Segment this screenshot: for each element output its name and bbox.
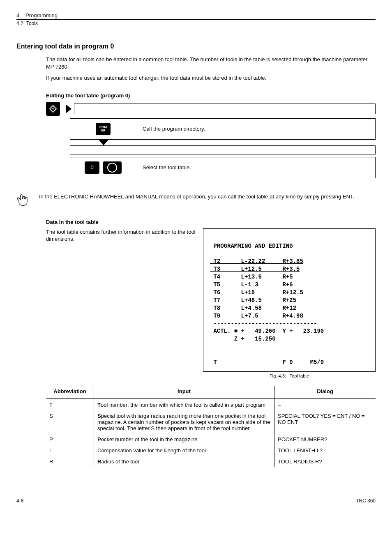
right-arrow-icon (66, 104, 71, 113)
sequence-start (46, 102, 376, 116)
input-cell: Compensation value for the Length of the… (94, 445, 274, 456)
down-arrow-icon (99, 140, 108, 145)
abbr-cell: R (46, 456, 94, 467)
dialog-cell: SPECIAL TOOL? YES = ENT / NO = NO ENT (274, 410, 376, 434)
step-2: 0 Select the tool table. (70, 157, 376, 178)
input-cell: Tool number: the number with which the t… (94, 399, 274, 410)
note-text: In the ELECTRONIC HANDWHEEL and MANUAL m… (39, 193, 376, 200)
intro-paragraph-2: If your machine uses an automatic tool c… (46, 74, 376, 82)
abbreviation-table: Abbreviation Input Dialog TTool number: … (46, 386, 376, 467)
section-number: 4.2 (16, 21, 26, 26)
heading-data-in-table: Data in the tool table (46, 219, 376, 225)
chapter-number: 4 (16, 12, 25, 18)
sequence-bar (74, 104, 376, 114)
svg-point-0 (52, 108, 54, 110)
page-subheader: 4.2 Tools (16, 21, 376, 26)
heading-entering: Entering tool data in program 0 (16, 43, 376, 50)
data-in-table-desc: The tool table contains further informat… (46, 228, 196, 243)
abbr-cell: L (46, 445, 94, 456)
dialog-cell: TOOL RADIUS R? (274, 456, 376, 467)
heading-editing: Editing the tool table (program 0) (46, 92, 376, 99)
step-1-text: Call the program directory. (136, 120, 375, 138)
pointing-hand-icon (16, 193, 39, 208)
input-cell: Pocket number of the tool in the magazin… (94, 434, 274, 445)
abbr-cell: S (46, 410, 94, 434)
page-header: 4 Programming (16, 12, 376, 20)
ent-key[interactable] (103, 161, 122, 174)
tool-table-screen: PROGRAMMING AND EDITING T2 L-22.22 R+3.8… (203, 228, 376, 372)
sequence-bar-2 (70, 145, 376, 154)
dialog-cell: – (274, 399, 376, 410)
page-number: 4-8 (16, 498, 23, 504)
th-abbr: Abbreviation (46, 386, 94, 399)
dialog-cell: TOOL LENGTH L? (274, 445, 376, 456)
figure-caption: Fig. 4.3: Tool table (203, 373, 376, 378)
section-title: Tools (26, 21, 38, 26)
th-input: Input (94, 386, 274, 399)
step-2-text: Select the tool table. (136, 159, 375, 176)
zero-key[interactable]: 0 (85, 161, 99, 174)
input-cell: Radius of the tool (94, 456, 274, 467)
note-block: In the ELECTRONIC HANDWHEEL and MANUAL m… (16, 193, 376, 208)
editing-mode-icon (46, 102, 60, 116)
dialog-cell: POCKET NUMBER? (274, 434, 376, 445)
chapter-title: Programming (25, 12, 58, 18)
model-name: TNC 360 (356, 498, 376, 504)
page-footer: 4-8 TNC 360 (16, 496, 376, 504)
abbr-cell: T (46, 399, 94, 410)
intro-paragraph-1: The data for all tools can be entered in… (46, 56, 376, 70)
step-1: PGM NR Call the program directory. (70, 118, 376, 140)
pgm-nr-key[interactable]: PGM NR (96, 123, 111, 135)
th-dialog: Dialog (274, 386, 376, 399)
abbr-cell: P (46, 434, 94, 445)
input-cell: Special tool with large radius requiring… (94, 410, 274, 434)
zero-key-label: 0 (90, 164, 93, 170)
